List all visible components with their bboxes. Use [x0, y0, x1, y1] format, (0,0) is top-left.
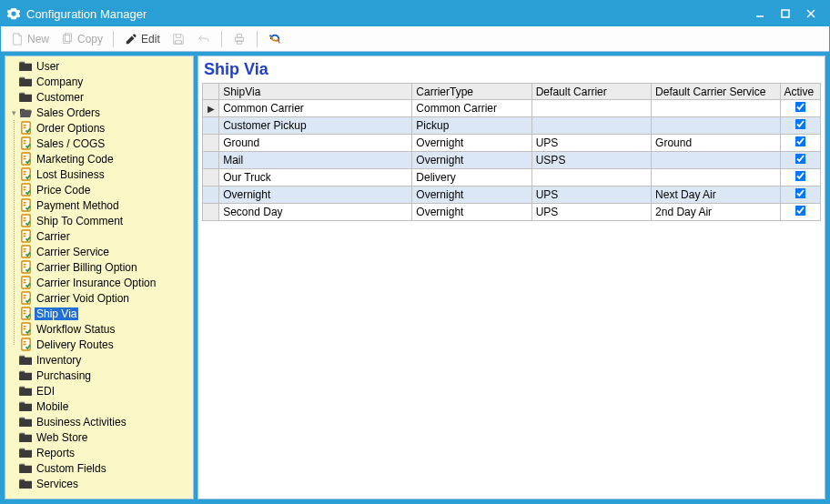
ship-via-grid[interactable]: ShipVia CarrierType Default Carrier Defa… [202, 83, 821, 221]
cell-carriertype[interactable]: Pickup [412, 117, 531, 135]
minimize-button[interactable] [747, 5, 773, 23]
table-row[interactable]: Customer PickupPickup [203, 117, 821, 135]
col-defcarrier[interactable]: Default Carrier [531, 84, 651, 100]
tree-node-lost-business[interactable]: Lost Business [5, 166, 193, 182]
col-active[interactable]: Active [780, 84, 821, 100]
cell-defcarrier[interactable]: UPS [531, 204, 651, 221]
cell-active[interactable] [780, 135, 821, 152]
cell-carriertype[interactable]: Overnight [412, 152, 531, 169]
cell-defservice[interactable] [652, 100, 780, 117]
cell-defservice[interactable] [652, 152, 780, 169]
tree-node-price-code[interactable]: Price Code [5, 182, 193, 197]
table-row[interactable]: OvernightOvernightUPSNext Day Air [203, 186, 821, 204]
cell-shipvia[interactable]: Ground [219, 135, 412, 152]
cell-shipvia[interactable]: Second Day [219, 204, 412, 221]
tree-node-web-store[interactable]: Web Store [5, 429, 193, 445]
refresh-button[interactable] [264, 30, 286, 48]
tree-node-reports[interactable]: Reports [5, 445, 193, 460]
active-checkbox[interactable] [795, 136, 805, 147]
cell-shipvia[interactable]: Our Truck [219, 169, 412, 186]
copy-button[interactable]: Copy [56, 30, 106, 48]
cell-carriertype[interactable]: Common Carrier [412, 100, 531, 117]
cell-active[interactable] [780, 117, 821, 135]
tree-node-sales-cogs[interactable]: Sales / COGS [5, 136, 193, 151]
table-row[interactable]: Our TruckDelivery [203, 169, 821, 186]
tree-node-carrier-service[interactable]: Carrier Service [5, 244, 193, 259]
tree-node-inventory[interactable]: Inventory [5, 352, 193, 368]
cell-defcarrier[interactable] [531, 169, 651, 186]
save-button[interactable] [167, 30, 189, 48]
tree-node-ship-via[interactable]: Ship Via [5, 306, 193, 321]
nav-tree[interactable]: UserCompanyCustomer▾Sales OrdersOrder Op… [5, 55, 194, 499]
col-carriertype[interactable]: CarrierType [412, 84, 531, 100]
tree-label: Price Code [35, 184, 92, 197]
table-row[interactable]: ▶Common CarrierCommon Carrier [203, 100, 821, 117]
cell-carriertype[interactable]: Delivery [412, 169, 531, 186]
active-checkbox[interactable] [795, 206, 805, 217]
tree-node-sales-orders[interactable]: ▾Sales Orders [5, 105, 193, 120]
tree-node-purchasing[interactable]: Purchasing [5, 368, 193, 383]
edit-button[interactable]: Edit [120, 30, 164, 48]
tree-node-order-options[interactable]: Order Options [5, 120, 193, 136]
tree-node-user[interactable]: User [5, 58, 193, 74]
cell-active[interactable] [780, 100, 821, 117]
cell-carriertype[interactable]: Overnight [412, 135, 531, 152]
cell-shipvia[interactable]: Mail [219, 152, 412, 169]
tree-label: Business Activities [35, 416, 128, 428]
tree-node-carrier-void-option[interactable]: Carrier Void Option [5, 290, 193, 306]
active-checkbox[interactable] [795, 171, 805, 182]
undo-button[interactable] [193, 30, 215, 48]
cell-active[interactable] [780, 186, 821, 204]
row-indicator [203, 135, 219, 152]
collapse-icon[interactable]: ▾ [9, 108, 18, 117]
cell-active[interactable] [780, 152, 821, 169]
active-checkbox[interactable] [795, 154, 805, 165]
col-defservice[interactable]: Default Carrier Service [652, 84, 780, 100]
cell-defcarrier[interactable] [531, 100, 651, 117]
cell-shipvia[interactable]: Customer Pickup [219, 117, 412, 135]
tree-node-delivery-routes[interactable]: Delivery Routes [5, 337, 193, 352]
tree-node-ship-to-comment[interactable]: Ship To Comment [5, 213, 193, 228]
cell-defcarrier[interactable]: UPS [531, 135, 651, 152]
cell-shipvia[interactable]: Common Carrier [219, 100, 412, 117]
table-row[interactable]: GroundOvernightUPSGround [203, 135, 821, 152]
undo-icon [197, 32, 211, 46]
tree-node-customer[interactable]: Customer [5, 89, 193, 105]
cell-active[interactable] [780, 204, 821, 221]
cell-carriertype[interactable]: Overnight [412, 204, 531, 221]
cell-shipvia[interactable]: Overnight [219, 186, 412, 204]
active-checkbox[interactable] [795, 188, 805, 199]
tree-node-carrier-insurance-option[interactable]: Carrier Insurance Option [5, 275, 193, 290]
maximize-button[interactable] [773, 5, 798, 23]
col-shipvia[interactable]: ShipVia [219, 84, 412, 100]
cell-defservice[interactable]: 2nd Day Air [652, 204, 780, 221]
print-button[interactable] [228, 30, 250, 48]
cell-carriertype[interactable]: Overnight [412, 186, 531, 204]
cell-defcarrier[interactable]: USPS [531, 152, 651, 169]
cell-defservice[interactable]: Ground [652, 135, 780, 152]
tree-node-payment-method[interactable]: Payment Method [5, 197, 193, 213]
toolbar-separator [257, 31, 258, 47]
tree-node-carrier[interactable]: Carrier [5, 228, 193, 244]
cell-defservice[interactable] [652, 117, 780, 135]
tree-node-company[interactable]: Company [5, 74, 193, 89]
new-button[interactable]: New [6, 30, 53, 48]
table-row[interactable]: MailOvernightUSPS [203, 152, 821, 169]
tree-node-edi[interactable]: EDI [5, 383, 193, 398]
active-checkbox[interactable] [795, 102, 805, 113]
tree-node-custom-fields[interactable]: Custom Fields [5, 460, 193, 476]
cell-defservice[interactable] [652, 169, 780, 186]
active-checkbox[interactable] [795, 119, 805, 130]
cell-defservice[interactable]: Next Day Air [652, 186, 780, 204]
close-button[interactable] [798, 5, 824, 23]
tree-node-carrier-billing-option[interactable]: Carrier Billing Option [5, 259, 193, 275]
cell-active[interactable] [780, 169, 821, 186]
tree-node-workflow-status[interactable]: Workflow Status [5, 321, 193, 337]
cell-defcarrier[interactable] [531, 117, 651, 135]
tree-node-business-activities[interactable]: Business Activities [5, 414, 193, 429]
table-row[interactable]: Second DayOvernightUPS2nd Day Air [203, 204, 821, 221]
tree-node-services[interactable]: Services [5, 476, 193, 491]
tree-node-mobile[interactable]: Mobile [5, 398, 193, 414]
cell-defcarrier[interactable]: UPS [531, 186, 651, 204]
tree-node-marketing-code[interactable]: Marketing Code [5, 151, 193, 166]
